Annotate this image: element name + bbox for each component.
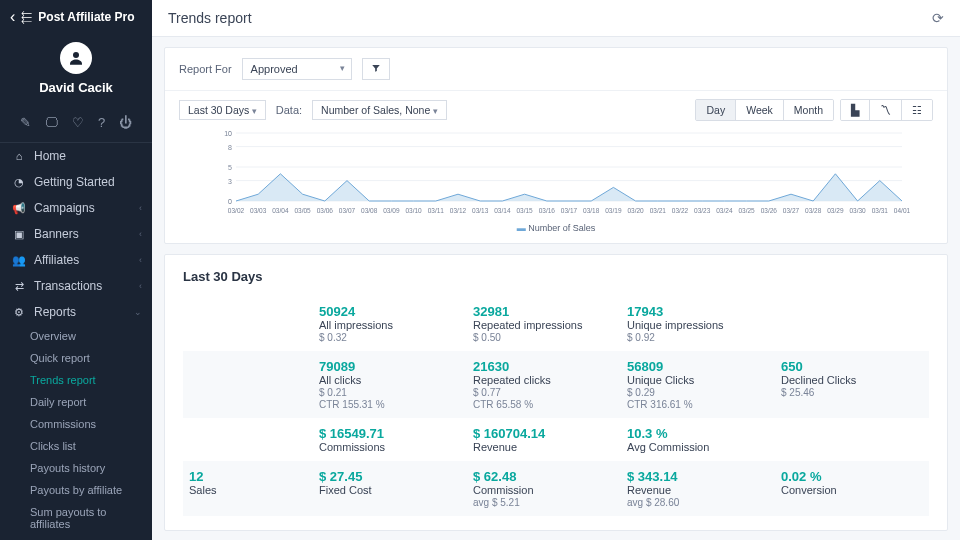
report-for-label: Report For <box>179 63 232 75</box>
stat-sub: $ 0.77 <box>473 387 615 398</box>
sidebar-sub-trends-report[interactable]: Trends report <box>0 369 152 391</box>
svg-text:03/20: 03/20 <box>627 207 644 214</box>
chevron-left-icon: ‹ <box>139 281 142 291</box>
chart-type-area-icon[interactable]: ▙ <box>841 100 870 120</box>
stat-cell: $ 160704.14Revenue <box>467 418 621 461</box>
range-select[interactable]: Last 30 Days <box>179 100 266 120</box>
stat-sub: $ 0.92 <box>627 332 769 343</box>
chart-type-bar-icon[interactable]: ☷ <box>902 100 932 120</box>
svg-text:03/07: 03/07 <box>339 207 356 214</box>
nav-icon: ▣ <box>12 228 26 241</box>
user-section: David Cacik <box>0 34 152 107</box>
sidebar-sub-commissions[interactable]: Commissions <box>0 413 152 435</box>
granularity-day[interactable]: Day <box>696 100 736 120</box>
stat-sub: $ 0.29 <box>627 387 769 398</box>
chevron-left-icon: ‹ <box>139 229 142 239</box>
power-icon[interactable]: ⏻ <box>119 115 132 130</box>
sidebar-sub-quick-report[interactable]: Quick report <box>0 347 152 369</box>
stat-cell: 0.02 %Conversion <box>775 461 929 516</box>
stat-cell <box>775 296 929 351</box>
stat-value: $ 343.14 <box>627 469 769 484</box>
svg-text:10: 10 <box>224 130 232 137</box>
sidebar-sub-payouts-history[interactable]: Payouts history <box>0 457 152 479</box>
svg-text:03/23: 03/23 <box>694 207 711 214</box>
stat-sub: avg $ 28.60 <box>627 497 769 508</box>
nav-icon: 📢 <box>12 202 26 215</box>
monitor-icon[interactable]: 🖵 <box>45 115 58 130</box>
sidebar-item-reports[interactable]: ⚙Reports⌄ <box>0 299 152 325</box>
svg-text:03/29: 03/29 <box>827 207 844 214</box>
back-icon[interactable]: ‹ <box>10 8 15 26</box>
sidebar-sub-payouts-by-affiliate[interactable]: Payouts by affiliate <box>0 479 152 501</box>
trends-chart: 03581003/0203/0303/0403/0503/0603/0703/0… <box>179 129 933 219</box>
stat-label: All impressions <box>319 319 461 331</box>
data-select[interactable]: Number of Sales, None <box>312 100 447 120</box>
svg-text:03/15: 03/15 <box>516 207 533 214</box>
sidebar-item-banners[interactable]: ▣Banners‹ <box>0 221 152 247</box>
stat-value: 12 <box>189 469 307 484</box>
sidebar-sub-overview[interactable]: Overview <box>0 325 152 347</box>
content: Report For Approved Last 30 Days Data: N… <box>152 37 960 540</box>
stat-label: Unique impressions <box>627 319 769 331</box>
stat-value: 21630 <box>473 359 615 374</box>
chart-type-line-icon[interactable]: 〽 <box>870 100 902 120</box>
sidebar-sub-clicks-list[interactable]: Clicks list <box>0 435 152 457</box>
filter-icon[interactable] <box>362 58 390 80</box>
nav-label: Home <box>34 149 66 163</box>
sidebar-item-campaigns[interactable]: 📢Campaigns‹ <box>0 195 152 221</box>
stat-label: Repeated impressions <box>473 319 615 331</box>
svg-text:5: 5 <box>228 164 232 171</box>
help-icon[interactable]: ? <box>98 115 105 130</box>
svg-text:03/24: 03/24 <box>716 207 733 214</box>
data-label: Data: <box>276 104 302 116</box>
sidebar-item-getting-started[interactable]: ◔Getting Started <box>0 169 152 195</box>
avatar[interactable] <box>60 42 92 74</box>
stat-sub2: CTR 316.61 % <box>627 399 769 410</box>
svg-text:03/31: 03/31 <box>872 207 889 214</box>
sidebar-item-transactions[interactable]: ⇄Transactions‹ <box>0 273 152 299</box>
stat-label: Revenue <box>627 484 769 496</box>
stat-cell <box>183 296 313 351</box>
granularity-week[interactable]: Week <box>736 100 784 120</box>
stat-cell <box>183 351 313 418</box>
stat-sub2: CTR 65.58 % <box>473 399 615 410</box>
nav: ⌂Home◔Getting Started📢Campaigns‹▣Banners… <box>0 143 152 540</box>
stat-label: Revenue <box>473 441 615 453</box>
svg-text:03/26: 03/26 <box>761 207 778 214</box>
nav-icon: ⚙ <box>12 306 26 319</box>
stat-cell <box>183 418 313 461</box>
main: Trends report ⟳ Report For Approved Last… <box>152 0 960 540</box>
refresh-icon[interactable]: ⟳ <box>932 10 944 26</box>
stat-sub: avg $ 5.21 <box>473 497 615 508</box>
stat-value: 17943 <box>627 304 769 319</box>
svg-text:03/21: 03/21 <box>650 207 667 214</box>
sidebar-item-affiliates[interactable]: 👥Affiliates‹ <box>0 247 152 273</box>
stat-sub: $ 0.32 <box>319 332 461 343</box>
stat-label: Fixed Cost <box>319 484 461 496</box>
report-for-select[interactable]: Approved <box>242 58 352 80</box>
sidebar-sub-online-users[interactable]: Online users <box>0 535 152 540</box>
stat-cell: $ 27.45Fixed Cost <box>313 461 467 516</box>
svg-text:04/01: 04/01 <box>894 207 911 214</box>
stat-cell: 50924All impressions$ 0.32 <box>313 296 467 351</box>
stat-sub: $ 0.50 <box>473 332 615 343</box>
stat-label: All clicks <box>319 374 461 386</box>
edit-icon[interactable]: ✎ <box>20 115 31 130</box>
stat-value: 10.3 % <box>627 426 769 441</box>
stat-cell: 650Declined Clicks$ 25.46 <box>775 351 929 418</box>
nav-label: Banners <box>34 227 79 241</box>
sidebar-sub-daily-report[interactable]: Daily report <box>0 391 152 413</box>
sidebar-sub-sum-payouts-to-affiliates[interactable]: Sum payouts to affiliates <box>0 501 152 535</box>
granularity-group: DayWeekMonth <box>695 99 834 121</box>
svg-text:03/12: 03/12 <box>450 207 467 214</box>
heart-icon[interactable]: ♡ <box>72 115 84 130</box>
stat-value: $ 27.45 <box>319 469 461 484</box>
granularity-month[interactable]: Month <box>784 100 833 120</box>
stat-value: 0.02 % <box>781 469 923 484</box>
chart-area: 03581003/0203/0303/0403/0503/0603/0703/0… <box>165 129 947 243</box>
svg-text:8: 8 <box>228 144 232 151</box>
app-name: Post Affiliate Pro <box>38 10 134 24</box>
username: David Cacik <box>0 80 152 95</box>
sidebar-item-home[interactable]: ⌂Home <box>0 143 152 169</box>
chart-legend: ▬ Number of Sales <box>179 223 933 233</box>
